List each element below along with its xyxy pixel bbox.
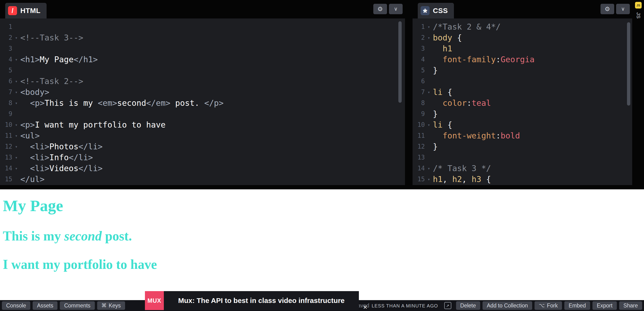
preview-paragraph-1: This is my second post.	[3, 228, 644, 243]
fold-arrow-icon[interactable]: ▾	[425, 35, 433, 40]
open-debug-button[interactable]: ↗	[444, 302, 451, 309]
gear-icon: ⚙	[377, 6, 383, 13]
code-line[interactable]: 8▾ <p>This is my <em>second</em> post. <…	[0, 98, 405, 108]
code-line[interactable]: 2▾<!--Task 3-->	[0, 32, 405, 43]
code-line[interactable]: 9	[0, 108, 405, 119]
gear-icon: ⚙	[604, 6, 610, 13]
line-number: 6	[412, 78, 425, 85]
code-line[interactable]: 15▾h1, h2, h3 {	[412, 174, 632, 185]
tab-css[interactable]: * CSS	[418, 3, 454, 19]
css-settings-button[interactable]: ⚙	[600, 4, 614, 14]
fold-arrow-icon[interactable]: ▾	[12, 166, 20, 171]
code-line[interactable]: 9}	[412, 108, 632, 119]
css-panel: * CSS ⚙ ∨ 1▾/*Task 2 & 4*/2▾body {3 h14 …	[412, 0, 632, 189]
fold-arrow-icon[interactable]: ▾	[12, 101, 20, 106]
code-text: <p>This is my <em>second</em> post. </p>	[20, 98, 405, 108]
button-label: Fork	[547, 302, 558, 309]
external-link-icon: ↗	[446, 303, 449, 308]
ad-close-button[interactable]: ×	[362, 303, 369, 311]
comments-button[interactable]: Comments	[60, 301, 94, 310]
html-scrollbar-thumb[interactable]	[398, 21, 402, 103]
assets-button[interactable]: Assets	[33, 301, 58, 310]
fold-arrow-icon[interactable]: ▾	[12, 122, 20, 127]
code-line[interactable]: 15</ul>	[0, 174, 405, 185]
line-number: 5	[0, 67, 12, 74]
code-text: <!--Task 2-->	[20, 77, 405, 86]
code-text: <ul>	[20, 131, 405, 140]
line-number: 7	[0, 89, 12, 96]
button-label: Delete	[460, 302, 476, 309]
footer-right-cluster: Last saved LESS THAN A MINUTE AGO ↗ Dele…	[343, 301, 642, 310]
line-number: 9	[412, 110, 425, 117]
code-text: <li>Info</li>	[20, 153, 405, 162]
code-line[interactable]: 7▾li {	[412, 87, 632, 98]
fold-arrow-icon[interactable]: ▾	[425, 90, 433, 95]
code-line[interactable]: 6▾<!--Task 2-->	[0, 76, 405, 87]
keys-button[interactable]: ⌘Keys	[97, 301, 125, 310]
code-line[interactable]: 4 font-family:Georgia	[412, 54, 632, 65]
code-line[interactable]: 4▾<h1>My Page</h1>	[0, 54, 405, 65]
console-button[interactable]: Console	[2, 301, 30, 310]
mux-ad-text: Mux: The API to best in class video infr…	[164, 296, 359, 304]
code-line[interactable]: 14▾/* Task 3 */	[412, 163, 632, 174]
line-number: 10	[412, 121, 425, 128]
html-code-area[interactable]: 12▾<!--Task 3-->34▾<h1>My Page</h1>56▾<!…	[0, 19, 405, 185]
export-button[interactable]: Export	[592, 301, 616, 310]
css-code-area[interactable]: 1▾/*Task 2 & 4*/2▾body {3 h14 font-famil…	[412, 19, 632, 185]
html-settings-button[interactable]: ⚙	[373, 4, 387, 14]
code-line[interactable]: 1	[0, 21, 405, 32]
code-line[interactable]: 5}	[412, 65, 632, 76]
code-line[interactable]: 11 font-weight:bold	[412, 130, 632, 141]
code-line[interactable]: 6	[412, 76, 632, 87]
css-collapse-button[interactable]: ∨	[616, 4, 630, 14]
code-line[interactable]: 12}	[412, 141, 632, 152]
js-panel-collapsed[interactable]: JS JS	[632, 0, 644, 189]
code-line[interactable]: 1▾/*Task 2 & 4*/	[412, 21, 632, 32]
code-line[interactable]: 7▾<body>	[0, 87, 405, 98]
fold-arrow-icon[interactable]: ▾	[12, 35, 20, 40]
line-number: 5	[412, 67, 425, 74]
fold-arrow-icon[interactable]: ▾	[12, 144, 20, 149]
embed-button[interactable]: Embed	[564, 301, 590, 310]
line-number: 2	[412, 34, 425, 41]
mux-ad-banner[interactable]: MUX Mux: The API to best in class video …	[145, 291, 359, 310]
code-text: <!--Task 3-->	[20, 33, 405, 42]
preview-heading: My Page	[3, 196, 644, 215]
code-line[interactable]: 5	[0, 65, 405, 76]
add-to-collection-button[interactable]: Add to Collection	[482, 301, 532, 310]
code-line[interactable]: 3	[0, 43, 405, 54]
code-line[interactable]: 14▾ <li>Videos</li>	[0, 163, 405, 174]
chevron-down-icon: ∨	[394, 6, 398, 12]
code-line[interactable]: 11▾<ul>	[0, 130, 405, 141]
code-line[interactable]: 2▾body {	[412, 32, 632, 43]
delete-button[interactable]: Delete	[456, 301, 480, 310]
fold-arrow-icon[interactable]: ▾	[12, 57, 20, 62]
fork-button[interactable]: ⌥Fork	[534, 301, 562, 310]
code-line[interactable]: 13	[412, 152, 632, 163]
tab-html[interactable]: / HTML	[5, 3, 46, 19]
share-button[interactable]: Share	[619, 301, 642, 310]
button-label: Add to Collection	[487, 302, 528, 309]
fold-arrow-icon[interactable]: ▾	[12, 133, 20, 138]
fold-arrow-icon[interactable]: ▾	[12, 155, 20, 160]
code-line[interactable]: 10▾li {	[412, 119, 632, 130]
code-text: font-weight:bold	[433, 131, 632, 140]
code-text: /* Task 3 */	[433, 164, 632, 173]
fold-arrow-icon[interactable]: ▾	[425, 122, 433, 127]
line-number: 3	[412, 45, 425, 52]
html-collapse-button[interactable]: ∨	[389, 4, 402, 14]
code-line[interactable]: 12▾ <li>Photos</li>	[0, 141, 405, 152]
code-text: }	[433, 109, 632, 119]
fold-arrow-icon[interactable]: ▾	[425, 24, 433, 29]
code-line[interactable]: 3 h1	[412, 43, 632, 54]
fold-arrow-icon[interactable]: ▾	[12, 79, 20, 84]
code-line[interactable]: 13▾ <li>Info</li>	[0, 152, 405, 163]
css-scrollbar-thumb[interactable]	[627, 22, 630, 106]
code-text: <li>Photos</li>	[20, 142, 405, 151]
code-line[interactable]: 10▾<p>I want my portfolio to have	[0, 119, 405, 130]
code-line[interactable]: 8 color:teal	[412, 98, 632, 108]
code-text: body {	[433, 33, 632, 42]
fold-arrow-icon[interactable]: ▾	[425, 166, 433, 171]
fold-arrow-icon[interactable]: ▾	[12, 90, 20, 95]
fold-arrow-icon[interactable]: ▾	[425, 177, 433, 182]
